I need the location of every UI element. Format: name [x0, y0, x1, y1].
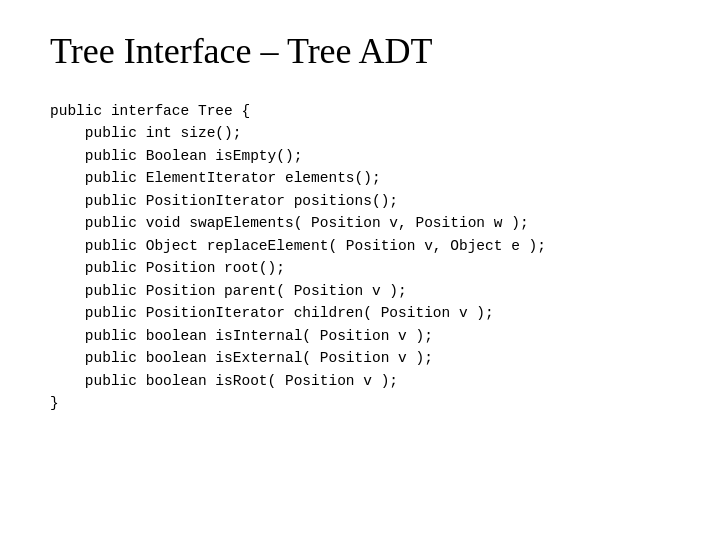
- slide-title: Tree Interface – Tree ADT: [50, 30, 670, 72]
- slide-container: Tree Interface – Tree ADT public interfa…: [0, 0, 720, 540]
- code-block: public interface Tree { public int size(…: [50, 100, 670, 415]
